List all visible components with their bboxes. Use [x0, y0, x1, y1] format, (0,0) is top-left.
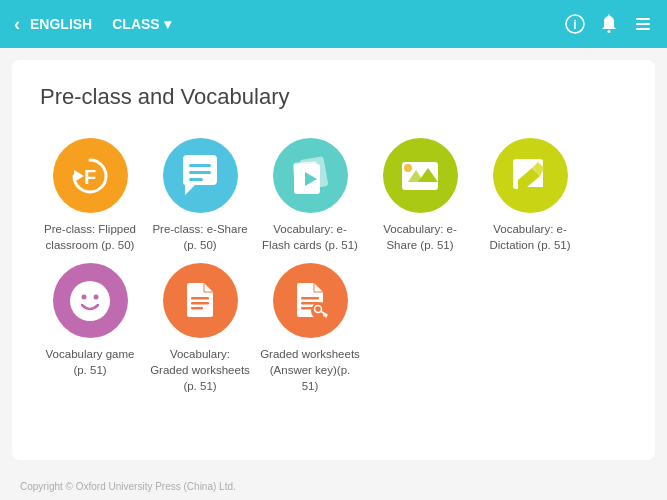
svg-rect-11 [189, 178, 203, 181]
icon-eshare-vocab [383, 138, 458, 213]
class-label: CLASS [112, 16, 159, 32]
icon-game [53, 263, 128, 338]
svg-text:i: i [573, 18, 576, 32]
footer: Copyright © Oxford University Press (Chi… [20, 481, 236, 492]
svg-point-19 [404, 164, 412, 172]
item-eshare-preclass[interactable]: Pre-class: e-Share (p. 50) [150, 138, 250, 253]
page-title: Pre-class and Vocabulary [40, 84, 627, 110]
header-icons: i [565, 14, 653, 34]
svg-text:F: F [84, 166, 96, 188]
item-graded-ws-key[interactable]: Graded worksheets (Answer key)(p. 51) [260, 263, 360, 394]
icon-flipped: F [53, 138, 128, 213]
label-eflash: Vocabulary: e-Flash cards (p. 51) [260, 221, 360, 253]
svg-rect-4 [636, 18, 650, 20]
icon-eflash [273, 138, 348, 213]
svg-point-24 [94, 294, 99, 299]
svg-rect-9 [189, 164, 211, 167]
copyright-text: Copyright © Oxford University Press (Chi… [20, 481, 236, 492]
label-eshare-vocab: Vocabulary: e-Share (p. 51) [370, 221, 470, 253]
label-graded-ws-key: Graded worksheets (Answer key)(p. 51) [260, 346, 360, 394]
item-eshare-vocab[interactable]: Vocabulary: e-Share (p. 51) [370, 138, 470, 253]
class-dropdown[interactable]: CLASS ▾ [112, 16, 170, 32]
icon-graded-ws-key [273, 263, 348, 338]
icon-eshare-preclass [163, 138, 238, 213]
svg-rect-5 [636, 23, 650, 25]
item-game[interactable]: Vocabulary game (p. 51) [40, 263, 140, 394]
english-label: ENGLISH [30, 16, 92, 32]
info-icon[interactable]: i [565, 14, 585, 34]
svg-point-22 [70, 281, 110, 321]
svg-point-23 [82, 294, 87, 299]
item-edictation[interactable]: Vocabulary: e-Dictation (p. 51) [480, 138, 580, 253]
label-eshare-preclass: Pre-class: e-Share (p. 50) [150, 221, 250, 253]
svg-rect-28 [191, 302, 209, 305]
svg-rect-32 [301, 297, 319, 300]
bell-icon[interactable] [599, 14, 619, 34]
label-edictation: Vocabulary: e-Dictation (p. 51) [480, 221, 580, 253]
svg-rect-29 [191, 307, 203, 310]
main-content: Pre-class and Vocabulary F Pre-class: Fl… [12, 60, 655, 460]
svg-rect-6 [636, 28, 650, 30]
back-button[interactable]: ‹ [14, 14, 20, 35]
item-flipped[interactable]: F Pre-class: Flipped classroom (p. 50) [40, 138, 140, 253]
svg-marker-7 [74, 170, 84, 182]
icons-grid: F Pre-class: Flipped classroom (p. 50) P… [40, 138, 627, 394]
icon-edictation [493, 138, 568, 213]
svg-point-2 [608, 30, 611, 33]
svg-rect-10 [189, 171, 211, 174]
item-graded-ws[interactable]: Vocabulary: Graded worksheets (p. 51) [150, 263, 250, 394]
svg-rect-27 [191, 297, 209, 300]
label-graded-ws: Vocabulary: Graded worksheets (p. 51) [150, 346, 250, 394]
label-game: Vocabulary game (p. 51) [40, 346, 140, 378]
header: ‹ ENGLISH CLASS ▾ i [0, 0, 667, 48]
list-icon[interactable] [633, 14, 653, 34]
label-flipped: Pre-class: Flipped classroom (p. 50) [40, 221, 140, 253]
class-arrow: ▾ [164, 16, 171, 32]
item-eflash[interactable]: Vocabulary: e-Flash cards (p. 51) [260, 138, 360, 253]
icon-graded-ws [163, 263, 238, 338]
